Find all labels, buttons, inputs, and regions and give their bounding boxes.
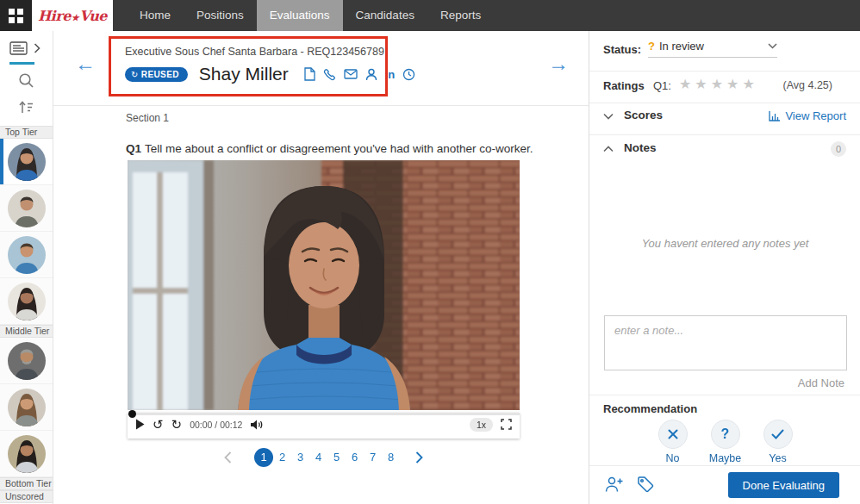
divider — [589, 71, 860, 72]
star-rating[interactable]: ★★★★★ — [679, 76, 758, 92]
chevron-down-icon — [768, 43, 777, 49]
phone-icon[interactable] — [323, 68, 336, 81]
notes-empty-message: You havent entered any notes yet — [589, 237, 860, 250]
star-icon[interactable]: ★ — [726, 77, 742, 91]
notes-chevron-up-icon[interactable] — [603, 146, 614, 152]
seek-knob[interactable] — [128, 410, 136, 418]
done-evaluating-button[interactable]: Done Evaluating — [728, 472, 839, 498]
sort-button[interactable] — [18, 100, 34, 115]
recommend-maybe-button[interactable]: ? Maybe — [705, 420, 746, 464]
nav-item-home[interactable]: Home — [127, 0, 184, 31]
play-button[interactable] — [135, 419, 145, 430]
page-3[interactable]: 3 — [291, 448, 309, 467]
avatar — [8, 143, 46, 181]
previous-candidate-arrow[interactable]: ← — [75, 53, 96, 74]
card-view-icon — [9, 41, 28, 55]
divider — [589, 395, 860, 395]
candidate-avatar[interactable] — [0, 431, 53, 477]
volume-icon[interactable] — [250, 419, 264, 431]
page-1[interactable]: 1 — [254, 448, 273, 467]
candidate-avatar[interactable] — [0, 232, 53, 278]
question-number: Q1 — [126, 142, 141, 155]
refresh-icon: ↻ — [131, 70, 139, 79]
candidate-avatar-selected[interactable] — [0, 139, 53, 185]
ratings-average: (Avg 4.25) — [783, 79, 832, 91]
notes-section-header[interactable]: Notes — [624, 141, 657, 154]
card-view-toggle[interactable] — [9, 41, 41, 55]
candidate-avatar[interactable] — [0, 278, 53, 325]
main-content: ← → Executive Sous Chef Santa Barbara - … — [53, 31, 589, 504]
candidate-sidebar: Top Tier Middle Tier Bottom Tie — [0, 31, 53, 504]
tag-icon[interactable] — [637, 476, 654, 493]
star-icon[interactable]: ★ — [742, 77, 757, 91]
section-label: Section 1 — [126, 112, 169, 124]
candidate-avatar[interactable] — [0, 384, 53, 431]
tier-label-bottom: Bottom Tier — [0, 477, 53, 490]
logo-text-left: Hire — [38, 8, 71, 24]
email-icon[interactable] — [344, 69, 358, 79]
add-person-icon[interactable] — [604, 476, 625, 493]
candidate-avatar[interactable] — [0, 185, 53, 232]
page-4[interactable]: 4 — [309, 448, 327, 467]
panel-footer-icons — [604, 476, 654, 493]
history-clock-icon[interactable] — [402, 68, 415, 81]
position-title: Executive Sous Chef Santa Barbara - REQ1… — [125, 46, 384, 58]
page-5[interactable]: 5 — [327, 448, 346, 467]
divider — [589, 103, 860, 103]
main-nav: Home Positions Evaluations Candidates Re… — [127, 0, 494, 31]
chevron-left-icon[interactable] — [224, 451, 232, 464]
expand-sidebar-icon[interactable] — [34, 43, 41, 53]
nav-item-positions[interactable]: Positions — [184, 0, 257, 31]
document-icon[interactable] — [304, 67, 315, 81]
bar-chart-icon — [769, 110, 781, 121]
tier-label-top: Top Tier — [0, 126, 53, 139]
video-controls: ↺ ↻ 00:00 / 00:12 1x — [128, 413, 520, 439]
ratings-question-label: Q1: — [653, 79, 671, 92]
status-value: In review — [659, 40, 763, 53]
nav-item-reports[interactable]: Reports — [427, 0, 494, 31]
status-dropdown[interactable]: ? In review — [648, 40, 777, 58]
x-icon — [667, 428, 679, 440]
page-6[interactable]: 6 — [346, 448, 364, 467]
hirevue-logo[interactable]: Hire★Vue — [32, 0, 113, 31]
person-icon[interactable] — [365, 68, 377, 81]
nav-item-evaluations[interactable]: Evaluations — [257, 0, 343, 31]
nav-item-candidates[interactable]: Candidates — [343, 0, 427, 31]
recommend-yes-button[interactable]: Yes — [757, 420, 799, 464]
page-7[interactable]: 7 — [364, 448, 382, 467]
active-view-indicator — [9, 62, 34, 65]
question-pagination: 1 2 3 4 5 6 7 8 — [128, 448, 520, 467]
app-grid-button[interactable] — [0, 0, 32, 31]
star-icon[interactable]: ★ — [679, 77, 695, 91]
linkedin-icon[interactable]: in — [385, 69, 396, 80]
scores-section-header[interactable]: Scores — [624, 109, 663, 121]
avatar — [8, 389, 46, 426]
add-note-button[interactable]: Add Note — [798, 376, 844, 389]
star-icon[interactable]: ★ — [695, 77, 710, 91]
next-candidate-arrow[interactable]: → — [548, 53, 569, 74]
chevron-right-icon[interactable] — [415, 451, 423, 464]
star-icon[interactable]: ★ — [711, 77, 726, 91]
video-frame[interactable] — [128, 160, 520, 410]
forward-icon[interactable]: ↻ — [171, 418, 183, 431]
avatar — [8, 190, 46, 227]
status-question-icon: ? — [648, 40, 655, 53]
contact-icons: in — [304, 67, 416, 81]
search-button[interactable] — [18, 72, 34, 89]
logo-text-right: Vue — [79, 8, 107, 24]
fullscreen-icon[interactable] — [501, 419, 512, 430]
avatar — [8, 435, 46, 473]
notes-count-badge: 0 — [831, 141, 846, 157]
view-report-link[interactable]: View Report — [769, 109, 846, 122]
note-input[interactable] — [605, 316, 846, 370]
page-8[interactable]: 8 — [382, 448, 400, 467]
question-text: Q1Tell me about a conflict or disagreeme… — [126, 142, 533, 155]
recommend-no-button[interactable]: No — [652, 420, 694, 464]
seek-bar[interactable] — [128, 413, 520, 415]
page-2[interactable]: 2 — [273, 448, 291, 467]
scores-chevron-down-icon[interactable] — [603, 113, 614, 120]
rewind-icon[interactable]: ↺ — [153, 418, 164, 431]
header-divider — [53, 105, 589, 106]
playback-speed-button[interactable]: 1x — [470, 418, 493, 432]
candidate-avatar[interactable] — [0, 338, 53, 384]
